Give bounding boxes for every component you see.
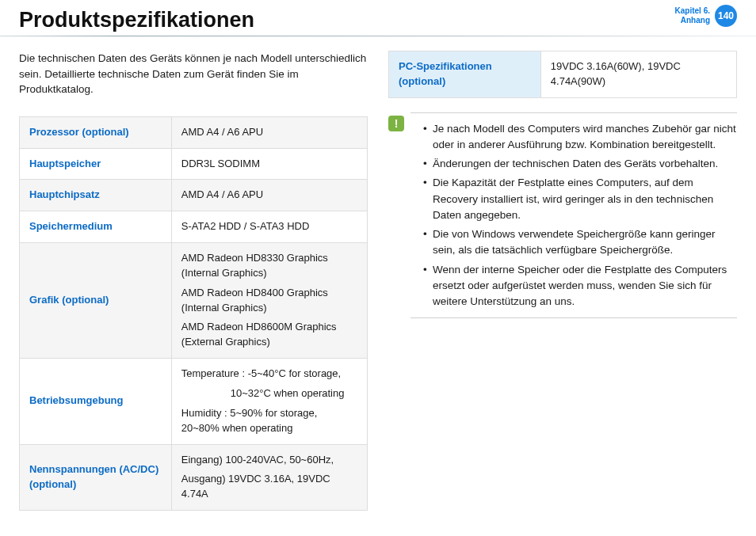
- table-row: PC-Spezifikationen (optional) 19VDC 3.16…: [389, 51, 737, 98]
- table-row: Betriebsumgebung Temperature : -5~40°C f…: [20, 359, 368, 444]
- list-item: Wenn der interne Speicher oder die Festp…: [423, 262, 737, 310]
- right-column: PC-Spezifikationen (optional) 19VDC 3.16…: [388, 51, 737, 511]
- notes-list: Je nach Modell des Computers wird manche…: [410, 112, 737, 319]
- spec-table-left: Prozessor (optional) AMD A4 / A6 APU Hau…: [19, 116, 368, 511]
- chapter-line1: Kapitel 6.: [675, 6, 710, 16]
- chapter-line2: Anhang: [675, 16, 710, 25]
- list-item: Je nach Modell des Computers wird manche…: [423, 121, 737, 154]
- spec-key: Betriebsumgebung: [20, 359, 172, 444]
- chapter-label: Kapitel 6. Anhang: [675, 6, 710, 25]
- spec-val: AMD Radeon HD8330 Graphics (Internal Gra…: [171, 243, 367, 359]
- header-right: Kapitel 6. Anhang 140: [675, 5, 737, 27]
- spec-val-line: Ausgang) 19VDC 3.16A, 19VDC 4.74A: [181, 472, 357, 502]
- spec-val: AMD A4 / A6 APU: [171, 116, 367, 148]
- spec-key: Nennspannungen (AC/DC) (optional): [20, 444, 172, 511]
- note-box: ! Je nach Modell des Computers wird manc…: [388, 112, 737, 319]
- columns: Die technischen Daten des Geräts können …: [19, 51, 737, 511]
- page-title: Produktspezifikationen: [19, 5, 254, 32]
- spec-key: Prozessor (optional): [20, 116, 172, 148]
- spec-val: Temperature : -5~40°C for storage, 10~32…: [171, 359, 367, 444]
- table-row: Nennspannungen (AC/DC) (optional) Eingan…: [20, 444, 368, 511]
- spec-key: PC-Spezifikationen (optional): [389, 51, 541, 98]
- spec-key: Hauptchipsatz: [20, 180, 172, 211]
- spec-val: Eingang) 100-240VAC, 50~60Hz, Ausgang) 1…: [171, 444, 367, 511]
- spec-val: 19VDC 3.16A(60W), 19VDC 4.74A(90W): [540, 51, 736, 98]
- intro-text: Die technischen Daten des Geräts können …: [19, 51, 368, 97]
- spec-table-right: PC-Spezifikationen (optional) 19VDC 3.16…: [388, 51, 737, 98]
- list-item: Die von Windows verwendete Speichergröße…: [423, 226, 737, 259]
- table-row: Prozessor (optional) AMD A4 / A6 APU: [20, 116, 368, 148]
- left-column: Die technischen Daten des Geräts können …: [19, 51, 368, 511]
- table-row: Speichermedium S-ATA2 HDD / S-ATA3 HDD: [20, 211, 368, 243]
- spec-val-line: AMD Radeon HD8330 Graphics (Internal Gra…: [181, 251, 357, 281]
- list-item: Änderungen der technischen Daten des Ger…: [423, 156, 737, 172]
- spec-val-line: 10~32°C when operating: [181, 386, 357, 401]
- spec-val-line: Eingang) 100-240VAC, 50~60Hz,: [181, 453, 357, 468]
- page-number-badge: 140: [715, 5, 737, 27]
- table-row: Hauptchipsatz AMD A4 / A6 APU: [20, 180, 368, 211]
- page: Produktspezifikationen Kapitel 6. Anhang…: [0, 0, 756, 536]
- spec-val: DDR3L SODIMM: [171, 148, 367, 180]
- table-row: Grafik (optional) AMD Radeon HD8330 Grap…: [20, 243, 368, 359]
- spec-key: Hauptspeicher: [20, 148, 172, 180]
- spec-val: AMD A4 / A6 APU: [171, 180, 367, 211]
- list-item: Die Kapazität der Festplatte eines Compu…: [423, 175, 737, 223]
- spec-val-line: Humidity : 5~90% for storage, 20~80% whe…: [181, 406, 357, 436]
- alert-icon: !: [388, 116, 404, 131]
- page-header: Produktspezifikationen Kapitel 6. Anhang…: [19, 0, 737, 36]
- spec-val-line: Temperature : -5~40°C for storage,: [181, 367, 357, 382]
- spec-key: Grafik (optional): [20, 243, 172, 359]
- spec-val-line: AMD Radeon HD8400 Graphics (Internal Gra…: [181, 286, 357, 316]
- spec-val: S-ATA2 HDD / S-ATA3 HDD: [171, 211, 367, 243]
- spec-key: Speichermedium: [20, 211, 172, 243]
- spec-val-line: AMD Radeon HD8600M Graphics (External Gr…: [181, 320, 357, 350]
- table-row: Hauptspeicher DDR3L SODIMM: [20, 148, 368, 180]
